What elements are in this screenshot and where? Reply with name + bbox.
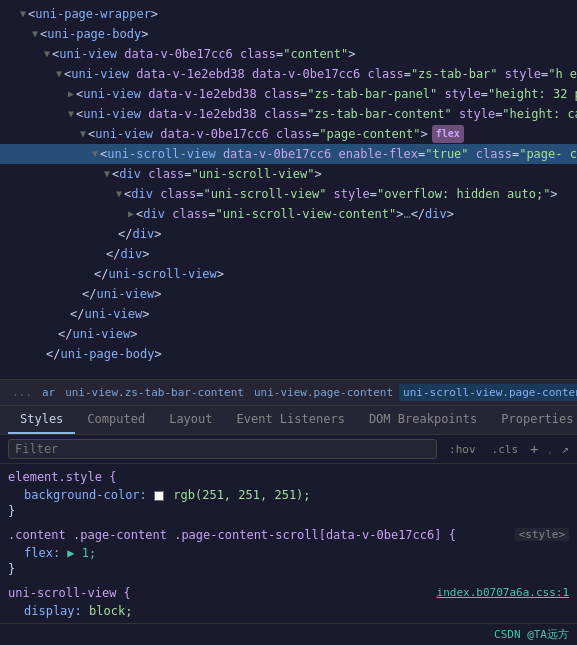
dom-node-text: <div class="uni-scroll-view-content">…</… — [136, 205, 454, 223]
dom-line[interactable]: <uni-view data-v-1e2ebd38 class="zs-tab-… — [0, 84, 577, 104]
arrow-button[interactable]: ↗ — [562, 442, 569, 456]
footer: CSDN @TA远方 — [0, 623, 577, 645]
filter-bar: :hov .cls + , ↗ — [0, 435, 577, 464]
breadcrumb-item-scroll[interactable]: uni-scroll-view.page-content-scroll — [399, 384, 577, 401]
css-selector: uni-scroll-view { index.b0707a6a.css:1 — [8, 586, 569, 600]
color-swatch — [154, 491, 164, 501]
dom-node-text: <uni-page-body> — [40, 25, 148, 43]
css-rule-page-content-scroll: .content .page-content .page-content-scr… — [8, 528, 569, 576]
css-close-brace: } — [8, 562, 569, 576]
triangle-icon — [80, 125, 86, 143]
triangle-icon — [92, 145, 98, 163]
css-property[interactable]: background-color: rgb(251, 251, 251); — [8, 486, 569, 504]
css-rule-element-style: element.style { background-color: rgb(25… — [8, 470, 569, 518]
breadcrumb-item-ar[interactable]: ar — [38, 384, 59, 401]
css-close-brace: } — [8, 504, 569, 518]
tab-computed[interactable]: Computed — [75, 406, 157, 434]
triangle-icon — [68, 105, 74, 123]
dom-line-selected[interactable]: <uni-scroll-view data-v-0be17cc6 enable-… — [0, 144, 577, 164]
dom-line[interactable]: <div class="uni-scroll-view" style="over… — [0, 184, 577, 204]
triangle-icon — [32, 25, 38, 43]
source-link[interactable]: index.b0707a6a.css:1 — [437, 586, 569, 599]
dom-node-text: </uni-page-body> — [46, 345, 162, 363]
dom-node-text: <uni-view data-v-0be17cc6 class="page-co… — [88, 125, 428, 143]
dom-line[interactable]: </uni-scroll-view> — [0, 264, 577, 284]
filter-input[interactable] — [8, 439, 437, 459]
tab-layout[interactable]: Layout — [157, 406, 224, 434]
css-rule-uni-scroll-view: uni-scroll-view { index.b0707a6a.css:1 d… — [8, 586, 569, 623]
dom-node-text: </uni-scroll-view> — [94, 265, 224, 283]
tab-dom-breakpoints[interactable]: DOM Breakpoints — [357, 406, 489, 434]
dom-node-text: <uni-view data-v-1e2ebd38 data-v-0be17cc… — [64, 65, 577, 83]
dom-line[interactable]: </uni-view> — [0, 284, 577, 304]
dom-node-text: <uni-view data-v-1e2ebd38 class="zs-tab-… — [76, 85, 577, 103]
dom-node-text: <uni-view data-v-1e2ebd38 class="zs-tab-… — [76, 105, 577, 123]
breadcrumb-item-page-content[interactable]: uni-view.page-content — [250, 384, 397, 401]
dom-line[interactable]: <div class="uni-scroll-view-content">…</… — [0, 204, 577, 224]
triangle-icon — [56, 65, 62, 83]
dom-line[interactable]: <uni-view data-v-0be17cc6 class="content… — [0, 44, 577, 64]
dom-line[interactable]: </uni-view> — [0, 304, 577, 324]
breadcrumb-ellipsis: ... — [8, 386, 36, 399]
dom-node-text: <div class="uni-scroll-view" style="over… — [124, 185, 558, 203]
dom-node-text: </div> — [118, 225, 161, 243]
triangle-icon — [128, 205, 134, 223]
dom-line[interactable]: </uni-view> — [0, 324, 577, 344]
css-selector: .content .page-content .page-content-scr… — [8, 528, 569, 542]
dom-line[interactable]: <uni-view data-v-1e2ebd38 class="zs-tab-… — [0, 104, 577, 124]
devtools-panel: <uni-page-wrapper> <uni-page-body> <uni-… — [0, 0, 577, 645]
separator: , — [547, 442, 554, 456]
css-rules-panel: element.style { background-color: rgb(25… — [0, 464, 577, 623]
tabs-bar: Styles Computed Layout Event Listeners D… — [0, 406, 577, 435]
add-rule-button[interactable]: + — [530, 442, 538, 456]
dom-line[interactable]: <uni-view data-v-1e2ebd38 data-v-0be17cc… — [0, 64, 577, 84]
css-property[interactable]: display: block; — [8, 602, 569, 620]
dom-node-text: <uni-page-wrapper> — [28, 5, 158, 23]
flex-badge: flex — [432, 125, 464, 143]
dom-line[interactable]: <uni-page-wrapper> — [0, 4, 577, 24]
dom-line[interactable]: </div> — [0, 224, 577, 244]
tab-styles[interactable]: Styles — [8, 406, 75, 434]
triangle-icon — [104, 165, 110, 183]
breadcrumb-bar: ... ar uni-view.zs-tab-bar-content uni-v… — [0, 380, 577, 406]
dom-line[interactable]: <div class="uni-scroll-view"> — [0, 164, 577, 184]
styles-panel: Styles Computed Layout Event Listeners D… — [0, 406, 577, 645]
dom-node-text: </uni-view> — [82, 285, 161, 303]
tab-properties[interactable]: Properties — [489, 406, 577, 434]
dom-tree: <uni-page-wrapper> <uni-page-body> <uni-… — [0, 0, 577, 380]
triangle-icon — [116, 185, 122, 203]
dom-line[interactable]: <uni-page-body> — [0, 24, 577, 44]
dom-node-text: <uni-scroll-view data-v-0be17cc6 enable-… — [100, 145, 577, 163]
triangle-icon — [44, 45, 50, 63]
triangle-icon — [68, 85, 74, 103]
css-property[interactable]: flex: ▶ 1; — [8, 544, 569, 562]
tab-event-listeners[interactable]: Event Listeners — [225, 406, 357, 434]
cls-button[interactable]: .cls — [488, 442, 523, 457]
dom-node-text: </uni-view> — [58, 325, 137, 343]
breadcrumb-item-zs-tab-bar[interactable]: uni-view.zs-tab-bar-content — [61, 384, 248, 401]
dom-line[interactable]: </div> — [0, 244, 577, 264]
footer-text: CSDN @TA远方 — [494, 628, 569, 641]
triangle-icon — [20, 5, 26, 23]
dom-node-text: <uni-view data-v-0be17cc6 class="content… — [52, 45, 356, 63]
dom-line[interactable]: </uni-page-body> — [0, 344, 577, 364]
css-selector: element.style { — [8, 470, 569, 484]
dom-node-text: </uni-view> — [70, 305, 149, 323]
hov-button[interactable]: :hov — [445, 442, 480, 457]
dom-node-text: <div class="uni-scroll-view"> — [112, 165, 322, 183]
dom-node-text: </div> — [106, 245, 149, 263]
dom-line[interactable]: <uni-view data-v-0be17cc6 class="page-co… — [0, 124, 577, 144]
source-tag: <style> — [515, 528, 569, 541]
